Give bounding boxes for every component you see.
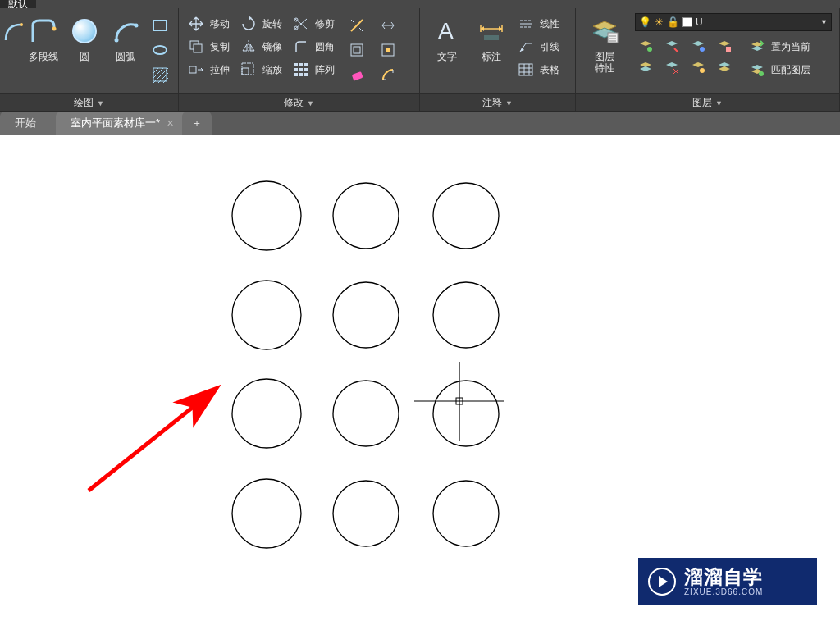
tool-match-layer[interactable]: 匹配图层	[746, 59, 812, 80]
drawing-canvas[interactable]	[0, 135, 840, 630]
drawn-circle[interactable]	[433, 183, 499, 249]
watermark-sub: ZIXUE.3D66.COM	[684, 587, 763, 596]
plus-icon: +	[194, 117, 200, 130]
drawn-circle[interactable]	[433, 381, 499, 446]
svg-rect-19	[304, 68, 308, 71]
panel-annotate-title[interactable]: 注释▼	[420, 93, 575, 111]
tool-erase[interactable]	[346, 64, 368, 85]
drawn-circle[interactable]	[232, 281, 301, 349]
svg-point-35	[700, 68, 705, 73]
svg-point-36	[759, 71, 764, 76]
watermark-title: 溜溜自学	[684, 567, 763, 587]
table-icon	[517, 61, 535, 79]
tool-circle[interactable]: 圆	[64, 13, 105, 66]
tool-dimension[interactable]: 标注	[471, 13, 512, 66]
menu-tabs[interactable]: 默认	[0, 0, 840, 8]
circle-icon	[72, 19, 97, 43]
fillet-icon	[292, 38, 310, 56]
svg-point-33	[700, 47, 705, 52]
svg-rect-20	[294, 73, 298, 76]
svg-text:A: A	[438, 18, 454, 43]
panel-layer: 图层 特性 💡 ☀ 🔓 U ▼	[576, 8, 840, 111]
layer-tool-6[interactable]	[663, 58, 681, 76]
svg-rect-24	[354, 47, 360, 53]
drawn-circle[interactable]	[333, 481, 399, 546]
svg-rect-11	[242, 63, 253, 75]
panel-modify: 移动 复制 拉伸 旋转 镜像 缩放 修剪 圆角 阵列	[179, 8, 420, 111]
svg-point-3	[135, 24, 139, 28]
layer-tool-3[interactable]	[689, 37, 707, 55]
drawn-circle[interactable]	[433, 282, 499, 348]
svg-rect-17	[294, 68, 298, 71]
tool-misc1[interactable]	[377, 15, 399, 36]
drawn-circle[interactable]	[433, 481, 499, 546]
layer-tool-2[interactable]	[663, 37, 681, 55]
drawn-circle[interactable]	[333, 282, 399, 348]
drawn-circle[interactable]	[232, 379, 301, 448]
panel-layer-title[interactable]: 图层▼	[576, 93, 839, 111]
tool-misc3[interactable]	[377, 64, 399, 85]
stretch-icon	[187, 61, 205, 79]
tool-leader[interactable]: 引线	[515, 36, 561, 57]
tool-table[interactable]: 表格	[515, 59, 561, 80]
panel-modify-title[interactable]: 修改▼	[179, 93, 419, 111]
tool-text[interactable]: A 文字	[427, 13, 468, 66]
tool-move[interactable]: 移动	[185, 13, 231, 34]
layer-tool-8[interactable]	[715, 58, 733, 76]
svg-point-5	[153, 46, 167, 54]
svg-point-27	[386, 48, 390, 52]
tool-ellipse[interactable]	[149, 39, 171, 61]
tab-start[interactable]: 开始	[0, 112, 64, 135]
tool-linetype[interactable]: 线性	[515, 13, 561, 34]
chevron-down-icon: ▼	[820, 18, 828, 26]
tool-fillet[interactable]: 圆角	[290, 36, 336, 57]
svg-rect-6	[153, 68, 167, 81]
close-icon[interactable]: ✕	[167, 118, 174, 129]
mirror-icon	[240, 38, 258, 56]
svg-rect-25	[352, 71, 363, 81]
tool-arc[interactable]: 圆弧	[105, 13, 146, 66]
tool-line-partial[interactable]	[7, 13, 23, 66]
tool-trim[interactable]: 修剪	[290, 13, 336, 34]
layer-dropdown[interactable]: 💡 ☀ 🔓 U ▼	[635, 13, 832, 31]
tool-explode[interactable]	[346, 15, 368, 36]
sun-icon: ☀	[655, 16, 664, 28]
tool-rotate[interactable]: 旋转	[238, 13, 284, 34]
svg-point-2	[115, 39, 119, 43]
layer-tool-1[interactable]	[637, 37, 655, 55]
tab-new[interactable]: +	[182, 112, 212, 135]
tab-active-file[interactable]: 室内平面素材库一*✕	[56, 112, 189, 135]
menu-tab-active[interactable]: 默认	[0, 0, 36, 8]
tool-stretch[interactable]: 拉伸	[185, 59, 231, 80]
drawn-circle[interactable]	[232, 181, 301, 250]
drawn-circle[interactable]	[333, 183, 399, 249]
tool-scale[interactable]: 缩放	[238, 59, 284, 80]
layer-tool-4[interactable]	[715, 37, 733, 55]
layer-tool-7[interactable]	[689, 58, 707, 76]
tool-array[interactable]: 阵列	[290, 59, 336, 80]
tool-set-current-layer[interactable]: 置为当前	[746, 36, 812, 57]
panel-draw: 多段线 圆 圆弧 绘图▼	[0, 8, 179, 111]
play-icon	[648, 568, 676, 596]
panel-draw-title[interactable]: 绘图▼	[0, 93, 178, 111]
drawn-circle[interactable]	[232, 479, 301, 548]
move-icon	[187, 15, 205, 33]
tool-offset[interactable]	[346, 39, 368, 61]
tool-mirror[interactable]: 镜像	[238, 36, 284, 57]
tool-polyline[interactable]: 多段线	[23, 13, 64, 66]
tool-copy[interactable]: 复制	[185, 36, 231, 57]
draw-small-tools	[149, 13, 171, 85]
tool-hatch[interactable]	[149, 64, 171, 85]
layer-tool-5[interactable]	[637, 58, 655, 76]
leader-icon	[517, 38, 535, 56]
tool-layer-properties[interactable]: 图层 特性	[582, 13, 627, 77]
linetype-icon	[517, 15, 535, 33]
tool-rectangle[interactable]	[149, 15, 171, 36]
panel-annotate: A 文字 标注 线性 引线 表格 注释▼	[420, 8, 576, 111]
rotate-icon	[240, 15, 258, 33]
svg-rect-8	[194, 44, 202, 52]
drawn-circle[interactable]	[333, 381, 399, 446]
svg-rect-29	[484, 35, 499, 40]
tool-misc2[interactable]	[377, 39, 399, 61]
svg-rect-9	[189, 66, 196, 73]
